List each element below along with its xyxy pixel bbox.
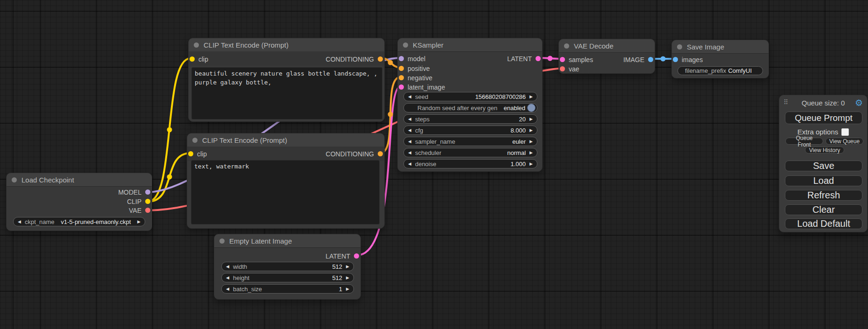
width-widget[interactable]: ◀ width 512 ▶ [221, 262, 354, 271]
collapse-dot-icon[interactable] [219, 238, 225, 244]
stepper-right-icon[interactable]: ▶ [529, 128, 533, 133]
link-midpoint-dot [388, 112, 393, 117]
collapse-dot-icon[interactable] [192, 138, 198, 143]
output-label: MODEL [118, 189, 141, 196]
input-label: model [408, 55, 425, 63]
latent-port[interactable] [399, 84, 404, 90]
input-label: clip [197, 150, 207, 158]
queue-front-button[interactable]: Queue Front [785, 138, 823, 145]
stepper-left-icon[interactable]: ◀ [408, 128, 411, 133]
node-clip-positive-header[interactable]: CLIP Text Encode (Prompt) [189, 38, 384, 52]
node-vae-decode-header[interactable]: VAE Decode [559, 39, 655, 53]
toggle-knob-icon[interactable] [527, 104, 536, 112]
model-port[interactable] [145, 189, 150, 195]
output-slot-image: IMAGE [623, 56, 653, 63]
ckpt-name-widget[interactable]: ◀ ckpt_name v1-5-pruned-emaonly.ckpt ▶ [13, 217, 145, 226]
scheduler-widget[interactable]: ◀ scheduler normal ▶ [403, 148, 537, 157]
collapse-dot-icon[interactable] [403, 42, 408, 48]
conditioning-port[interactable] [399, 75, 404, 80]
gear-icon[interactable]: ⚙ [855, 98, 863, 108]
stepper-right-icon[interactable]: ▶ [529, 94, 533, 99]
clear-button[interactable]: Clear [785, 204, 862, 215]
vae-port[interactable] [145, 208, 150, 213]
node-graph-canvas[interactable]: Load Checkpoint MODEL CLIP VAE ◀ ckpt_na… [0, 0, 868, 329]
node-clip-negative-header[interactable]: CLIP Text Encode (Prompt) [187, 133, 384, 147]
widget-label: cfg [415, 127, 423, 134]
seed-widget[interactable]: ◀ seed 156680208700286 ▶ [403, 92, 537, 101]
stepper-left-icon[interactable]: ◀ [226, 275, 229, 280]
stepper-left-icon[interactable]: ◀ [408, 94, 411, 99]
conditioning-port[interactable] [378, 56, 383, 62]
node-load-checkpoint-header[interactable]: Load Checkpoint [7, 173, 152, 187]
node-vae-decode[interactable]: VAE Decode samples vae IMAGE [558, 39, 655, 74]
node-ksampler[interactable]: KSampler model positive negative latent_… [397, 38, 543, 172]
node-empty-latent-image[interactable]: Empty Latent Image LATENT ◀ width 512 ▶ … [214, 234, 361, 300]
stepper-left-icon[interactable]: ◀ [408, 139, 411, 144]
negative-prompt-textarea[interactable]: text, watermark [191, 160, 380, 224]
stepper-right-icon[interactable]: ▶ [529, 150, 533, 155]
collapse-dot-icon[interactable] [677, 44, 682, 49]
view-history-button[interactable]: View History [805, 147, 844, 154]
node-title: CLIP Text Encode (Prompt) [204, 41, 289, 49]
stepper-right-icon[interactable]: ▶ [346, 287, 349, 291]
latent-port[interactable] [354, 253, 359, 259]
stepper-right-icon[interactable]: ▶ [529, 139, 533, 144]
stepper-right-icon[interactable]: ▶ [346, 275, 349, 280]
node-clip-text-encode-negative[interactable]: CLIP Text Encode (Prompt) clip CONDITION… [187, 133, 385, 229]
clip-port[interactable] [190, 56, 195, 62]
stepper-left-icon[interactable]: ◀ [408, 150, 411, 155]
batch-size-widget[interactable]: ◀ batch_size 1 ▶ [221, 284, 354, 294]
node-save-image[interactable]: Save Image images filename_prefix ComfyU… [671, 40, 769, 78]
conditioning-port[interactable] [378, 151, 383, 156]
conditioning-port[interactable] [399, 66, 404, 71]
collapse-dot-icon[interactable] [194, 42, 199, 48]
input-label: clip [198, 56, 208, 63]
stepper-right-icon[interactable]: ▶ [529, 117, 533, 121]
sampler-name-widget[interactable]: ◀ sampler_name euler ▶ [403, 137, 537, 146]
model-port[interactable] [399, 56, 404, 61]
stepper-left-icon[interactable]: ◀ [408, 117, 411, 121]
input-slot-clip: clip [190, 55, 208, 63]
collapse-dot-icon[interactable] [564, 43, 569, 49]
stepper-left-icon[interactable]: ◀ [18, 219, 21, 224]
stepper-left-icon[interactable]: ◀ [408, 161, 411, 166]
height-widget[interactable]: ◀ height 512 ▶ [221, 273, 354, 282]
widget-label: scheduler [415, 149, 441, 156]
clip-port[interactable] [188, 151, 193, 156]
output-slot-conditioning: CONDITIONING [326, 55, 383, 63]
node-clip-text-encode-positive[interactable]: CLIP Text Encode (Prompt) clip CONDITION… [188, 38, 385, 122]
node-empty-latent-header[interactable]: Empty Latent Image [214, 234, 360, 248]
load-default-button[interactable]: Load Default [785, 218, 862, 229]
image-port[interactable] [648, 57, 653, 62]
node-save-image-header[interactable]: Save Image [672, 40, 769, 54]
stepper-left-icon[interactable]: ◀ [226, 287, 229, 291]
stepper-right-icon[interactable]: ▶ [346, 264, 349, 269]
stepper-left-icon[interactable]: ◀ [226, 264, 229, 269]
stepper-right-icon[interactable]: ▶ [529, 161, 533, 166]
input-label: samples [569, 56, 593, 63]
filename-prefix-widget[interactable]: filename_prefix ComfyUI [677, 66, 763, 75]
image-port[interactable] [673, 57, 678, 62]
refresh-button[interactable]: Refresh [785, 190, 862, 201]
node-title: Save Image [687, 43, 724, 51]
view-queue-button[interactable]: View Queue [826, 138, 863, 145]
collapse-dot-icon[interactable] [12, 177, 17, 182]
positive-prompt-textarea[interactable]: beautiful scenery nature glass bottle la… [191, 67, 382, 119]
widget-label: ckpt_name [25, 218, 55, 225]
latent-port[interactable] [536, 56, 541, 61]
output-label: VAE [129, 207, 141, 214]
denoise-widget[interactable]: ◀ denoise 1.000 ▶ [403, 159, 537, 168]
extra-options-checkbox[interactable] [841, 128, 849, 136]
random-seed-toggle-widget[interactable]: Random seed after every gen enabled [403, 103, 537, 112]
latent-port[interactable] [560, 57, 565, 62]
vae-port[interactable] [560, 66, 565, 71]
cfg-widget[interactable]: ◀ cfg 8.000 ▶ [403, 126, 537, 135]
node-load-checkpoint[interactable]: Load Checkpoint MODEL CLIP VAE ◀ ckpt_na… [6, 173, 152, 231]
load-button[interactable]: Load [785, 175, 862, 186]
steps-widget[interactable]: ◀ steps 20 ▶ [403, 114, 537, 124]
stepper-right-icon[interactable]: ▶ [137, 219, 141, 224]
node-ksampler-header[interactable]: KSampler [398, 38, 542, 52]
clip-port[interactable] [145, 199, 150, 204]
queue-prompt-button[interactable]: Queue Prompt [785, 112, 862, 124]
save-button[interactable]: Save [785, 161, 862, 171]
